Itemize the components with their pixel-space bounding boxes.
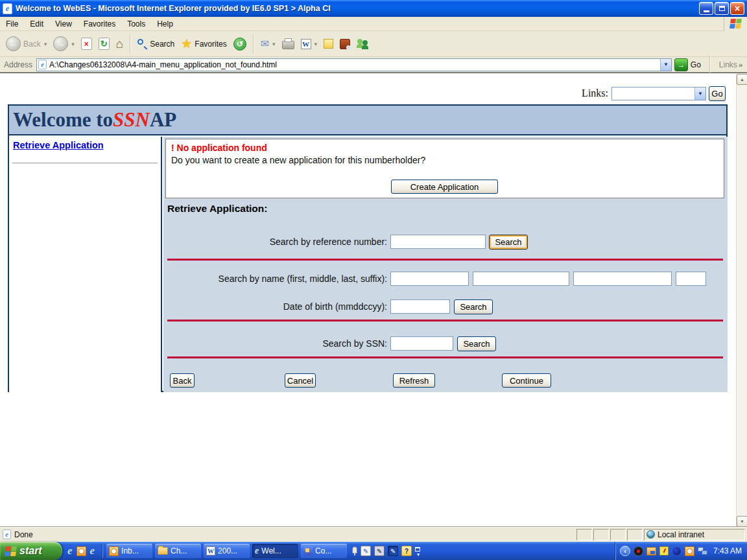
system-tray: ‹ 7:43 AM — [615, 542, 747, 560]
create-application-button[interactable]: Create Application — [391, 180, 498, 194]
taskbar-task-co[interactable]: Co... — [301, 544, 347, 558]
clock-tray-icon[interactable] — [685, 546, 694, 556]
page-links-select[interactable]: ▼ — [611, 87, 706, 100]
ssnap-panel: Welcome to SSNAP Retrieve Application ! … — [8, 104, 728, 392]
langbar-restore-icon[interactable] — [415, 547, 420, 552]
taskbar-clock[interactable]: 7:43 AM — [713, 546, 742, 555]
red-divider — [167, 356, 723, 358]
menu-edit[interactable]: Edit — [24, 18, 49, 30]
ssn-search-button[interactable]: Search — [457, 336, 496, 351]
scroll-down-icon[interactable]: ▼ — [737, 516, 747, 527]
microphone-icon[interactable] — [352, 546, 357, 554]
status-pane — [576, 529, 592, 541]
network-globe-tray-icon[interactable] — [672, 546, 682, 556]
mail-dropdown-icon[interactable]: ▾ — [272, 41, 276, 47]
address-dropdown-icon[interactable]: ▼ — [660, 59, 671, 71]
back-action-button[interactable]: Back — [170, 373, 195, 388]
ink-tool-icon[interactable]: ✎ — [388, 546, 398, 556]
forward-button[interactable]: → ▾ — [50, 34, 78, 53]
menu-bar: File Edit View Favorites Tools Help — [0, 17, 747, 31]
quick-launch-ie2-icon[interactable]: e — [90, 544, 95, 557]
links-toolbar-label[interactable]: Links — [719, 60, 737, 69]
taskbar-task-word-document[interactable]: W 200... — [204, 544, 250, 558]
forward-dropdown-icon[interactable]: ▾ — [71, 41, 75, 47]
address-input[interactable]: e A:\Changes06132008\A4-main_menu_applic… — [36, 58, 672, 71]
refresh-button[interactable]: ↻ — [95, 36, 113, 52]
research-icon — [340, 39, 350, 49]
page-links-row: Links: ▼ Go — [0, 86, 736, 100]
taskbar-task-changes-folder[interactable]: Ch... — [155, 544, 201, 558]
quick-launch-notes-icon[interactable] — [77, 546, 86, 556]
last-name-input[interactable] — [573, 272, 672, 286]
search-icon — [137, 39, 147, 49]
refresh-action-button[interactable]: Refresh — [393, 373, 435, 388]
start-button[interactable]: start — [0, 542, 62, 560]
back-dropdown-icon[interactable]: ▾ — [44, 41, 47, 47]
favorites-button[interactable]: ★ Favorites — [178, 36, 230, 52]
windows-flag-logo — [724, 17, 747, 31]
message-body: Do you want to create a new application … — [171, 155, 718, 165]
sidebar: Retrieve Application — [9, 137, 162, 392]
title-bar: e Welcome to WebES - Microsoft Internet … — [0, 0, 747, 17]
history-button[interactable]: ↺ — [230, 36, 250, 52]
vertical-scrollbar[interactable]: ▲ ▼ — [736, 74, 747, 527]
cancel-button[interactable]: Cancel — [285, 373, 316, 388]
minimize-button[interactable] — [699, 2, 713, 15]
restore-button[interactable] — [715, 2, 729, 15]
help-icon[interactable]: ? — [401, 546, 412, 556]
quick-launch-ie-icon[interactable]: e — [67, 544, 73, 557]
ssn-input[interactable] — [390, 336, 453, 351]
menu-tools[interactable]: Tools — [121, 18, 151, 30]
menu-favorites[interactable]: Favorites — [78, 18, 121, 30]
home-button[interactable]: ⌂ — [113, 36, 126, 52]
suffix-input[interactable] — [676, 272, 706, 286]
first-name-input[interactable] — [390, 272, 469, 286]
langbar-options-icon[interactable]: ▾ — [417, 552, 420, 557]
page-links-go-button[interactable]: Go — [709, 86, 726, 101]
middle-name-input[interactable] — [473, 272, 569, 286]
writing-pad-icon[interactable]: ✎ — [361, 546, 371, 556]
antivirus-tray-icon[interactable] — [634, 546, 643, 556]
research-button[interactable] — [337, 37, 353, 51]
menu-help[interactable]: Help — [151, 18, 179, 30]
search-button[interactable]: Search — [134, 37, 178, 51]
reference-input[interactable] — [390, 235, 486, 249]
status-pane — [627, 529, 643, 541]
back-button[interactable]: ← Back ▾ — [3, 34, 50, 53]
discuss-button[interactable] — [320, 37, 337, 51]
network-tray-icon[interactable] — [698, 547, 707, 555]
go-button-label[interactable]: Go — [691, 60, 701, 69]
print-button[interactable] — [279, 36, 298, 51]
reference-search-button[interactable]: Search — [489, 235, 528, 250]
scroll-up-icon[interactable]: ▲ — [737, 74, 747, 85]
edit-with-word-button[interactable]: W ▾ — [298, 37, 321, 51]
pen-tool-icon[interactable]: ✎ — [374, 546, 385, 556]
continue-button[interactable]: Continue — [502, 373, 551, 388]
security-zone-label: Local intranet — [658, 530, 704, 539]
taskbar-task-webes[interactable]: e Wel... — [252, 544, 298, 558]
hide-icons-button[interactable]: ‹ — [620, 546, 630, 556]
taskbar-task-inbox[interactable]: Inb... — [106, 544, 152, 558]
quick-launch: e e — [62, 544, 100, 557]
menu-view[interactable]: View — [49, 18, 78, 30]
messenger-icon — [357, 38, 369, 49]
menu-file[interactable]: File — [0, 18, 24, 30]
name-dob-search-button[interactable]: Search — [454, 299, 493, 314]
message-title: ! No application found — [171, 143, 718, 153]
stop-icon: × — [84, 40, 89, 49]
dob-label: Date of birth (mmddccyy): — [163, 301, 387, 312]
dob-input[interactable] — [390, 299, 450, 314]
sidebar-link-retrieve-application[interactable]: Retrieve Application — [13, 140, 104, 150]
mail-button[interactable]: ✉ ▾ — [257, 37, 279, 51]
monitor-tray-icon[interactable] — [659, 546, 669, 555]
dob-search-row: Date of birth (mmddccyy): Search — [163, 299, 728, 314]
close-button[interactable]: × — [730, 2, 744, 15]
select-dropdown-icon[interactable]: ▼ — [694, 88, 706, 100]
stop-button[interactable]: × — [78, 36, 95, 52]
reference-search-row: Search by reference number: Search — [163, 234, 728, 250]
links-overflow-icon[interactable]: » — [739, 61, 742, 69]
edit-dropdown-icon[interactable]: ▾ — [314, 41, 318, 47]
sync-tray-icon[interactable] — [646, 547, 656, 555]
go-button-icon[interactable]: → — [674, 58, 688, 71]
messenger-button[interactable] — [353, 36, 372, 51]
